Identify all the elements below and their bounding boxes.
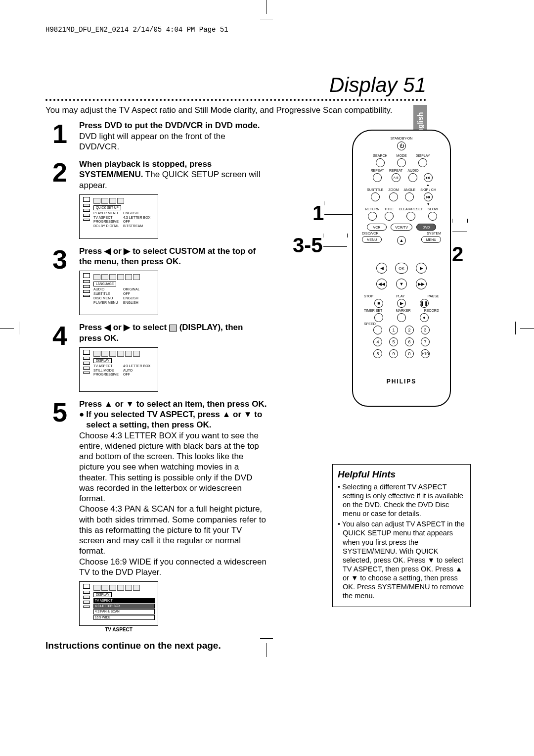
brand-label: PHILIPS [353,378,450,385]
step5-bullet: If you selected TV ASPECT, press ▲ or ▼ … [86,409,267,430]
left-icon: ◀ [376,263,387,274]
screen-tab: QUICK SET UP [93,205,121,210]
crop-mark [267,0,267,14]
fastfwd-icon: ▶▶ [416,279,427,289]
mode-button [397,158,406,167]
hints-title: Helpful Hints [338,469,465,480]
menu-right-button: MENU [421,236,441,243]
step1-bold: Press DVD to put the DVD/VCR in DVD mode… [79,121,260,130]
repeat-button [373,173,382,182]
screen-language: LANGUAGE AUDIOORIGINAL SUBTITLEOFF DISC … [79,271,158,315]
vcrtv-button: VCR/TV [391,224,412,231]
step-number: 4 [45,322,74,349]
play-icon: ▶ [397,299,406,308]
skip-prev-icon: ⏮ [424,192,433,201]
stop-label: STOP [364,294,373,298]
subtitle-button [371,192,380,201]
hint-item: You also can adjust TV ASPECT in the QUI… [338,520,465,600]
num-9: 9 [389,349,398,358]
num-8: 8 [373,349,382,358]
num-6: 6 [405,337,414,346]
screen-tab: DISPLAY [93,592,112,597]
slow-button [428,212,437,221]
num-1: 1 [389,326,398,334]
screen-quick-setup: QUICK SET UP PLAYER MENUENGLISH TV ASPEC… [79,194,158,239]
remote-control: STANDBY-ON ⏻ SEARCH MODE DISPLAY REPEAT … [352,130,451,407]
dvd-button: DVD [416,224,436,231]
speed-button [373,326,382,334]
skip-next-icon: ⏭ [424,173,433,182]
timerset-button [374,313,383,322]
num-5: 5 [389,337,398,346]
screen-display: DISPLAY TV ASPECT4:3 LETTER BOX STILL MO… [79,347,158,392]
hint-item: Selecting a different TV ASPECT setting … [338,482,465,519]
screen-caption: TV ASPECT [79,627,158,633]
crop-mark [260,19,273,19]
continue-text: Instructions continue on the next page. [45,640,426,651]
remote-diagram: 1 3-5 2 STANDBY-ON ⏻ SEARCH MODE DISPLAY… [332,130,471,407]
crop-mark [520,328,534,329]
power-icon: ⏻ [397,142,406,150]
step-number: 3 [45,246,74,273]
marker-button [397,313,406,322]
screen-tab: DISPLAY [93,358,112,363]
pause-icon: ❚❚ [420,299,429,308]
angle-button [405,192,414,201]
title-divider [45,99,426,101]
audio-button [408,173,417,182]
step-number: 1 [45,120,74,147]
down-icon: ▼ [396,279,407,289]
display-button [418,158,427,167]
intro-text: You may adjust the TV Aspect ratio and S… [45,105,426,115]
clear-button [406,212,415,221]
num-4: 4 [373,337,382,346]
helpful-hints-box: Helpful Hints Selecting a different TV A… [332,464,471,607]
pause-label: PAUSE [428,294,439,298]
play-label: PLAY [396,294,404,298]
step1-text: DVD light will appear on the front of th… [79,132,225,151]
crop-mark [0,328,14,329]
num-2: 2 [405,326,414,334]
step5-para1: Choose 4:3 LETTER BOX if you want to see… [79,430,267,504]
right-icon: ▶ [416,263,427,274]
step-number: 5 [45,399,74,425]
step5-bold1: Press ▲ or ▼ to select an item, then pre… [79,399,267,409]
document-tag: H9821MD_DFU_EN2_0214 2/14/05 4:04 PM Pag… [45,26,426,34]
system-label: SYSTEM [427,232,441,235]
display-icon [169,325,177,331]
dpad: OK ◀ ▶ ▼ ◀◀ ▶▶ [369,247,434,291]
discvcr-label: DISC/VCR [362,232,378,235]
num-7: 7 [421,337,430,346]
rewind-icon: ◀◀ [376,279,387,289]
record-label: RECORD [424,309,439,312]
title-button [385,212,394,221]
screen-tab: LANGUAGE [93,282,116,286]
timerset-label: TIMER SET [364,309,382,312]
menu-left-button: MENU [362,236,382,243]
stop-icon: ■ [374,299,383,308]
up-icon: ▲ [397,236,406,245]
search-button [376,158,385,167]
crop-mark [19,322,19,334]
num-0: 0 [405,349,414,358]
crop-mark [515,322,516,334]
record-icon: ● [420,313,429,322]
repeat-ab-button: A-B [392,173,400,182]
speed-label: SPEED [353,322,450,326]
remote-standby-label: STANDBY-ON [391,137,413,140]
step3-bold: Press ◀ or ▶ to select CUSTOM at the top… [79,246,256,266]
screen-tv-aspect: DISPLAY TV ASPECT 4:3 LETTER BOX 4:3 PAN… [79,581,158,626]
screen-side-icons [82,197,91,221]
marker-label: MARKER [396,309,411,312]
page-title: Display 51 [45,73,426,97]
vcr-button: VCR [367,224,387,231]
step5-para3: Choose 16:9 WIDE if you connected a wide… [79,557,267,578]
step4-bold-a: Press ◀ or ▶ to select [79,323,169,332]
callout-2: 2 [452,219,471,266]
num-plus10: +10 [421,349,430,358]
zoom-button [389,192,398,201]
step-number: 2 [45,159,74,186]
ok-button: OK [395,263,408,274]
step5-para2: Choose 4:3 PAN & SCAN for a full height … [79,504,267,556]
callout-3-5: 3-5 [293,234,348,257]
